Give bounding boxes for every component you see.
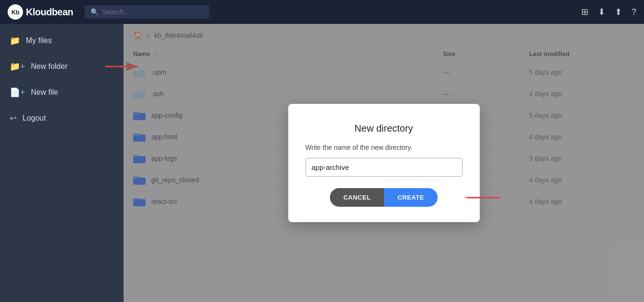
sidebar: 📁 My files 📁+ New folder 📄+ New file ↩ L… (0, 24, 124, 302)
main-content: 🏠 > kb_8de4mwl4s9 Name ↑ Size Last modif… (124, 24, 644, 302)
topnav-icons: ⊞ ⬇ ⬆ ? (581, 7, 636, 17)
app-logo[interactable]: Kb Kloudbean (8, 4, 73, 20)
logo-icon: Kb (8, 4, 23, 20)
sidebar-item-label: Logout (23, 114, 46, 123)
logout-icon: ↩ (10, 113, 17, 123)
folder-icon: 📁 (10, 35, 20, 46)
modal-overlay: New directory Write the name of the new … (124, 24, 644, 302)
help-icon[interactable]: ? (632, 7, 636, 17)
add-folder-icon: 📁+ (10, 61, 25, 72)
search-bar[interactable]: 🔍 (85, 5, 209, 19)
sidebar-item-label: New file (31, 88, 58, 97)
upload-icon[interactable]: ⬆ (615, 7, 622, 17)
modal-description: Write the name of the new directory. (305, 144, 463, 151)
layout: 📁 My files 📁+ New folder 📄+ New file ↩ L… (0, 24, 644, 302)
search-icon: 🔍 (90, 8, 99, 16)
cancel-button[interactable]: CANCEL (330, 188, 384, 207)
create-arrow (465, 191, 501, 204)
search-input[interactable] (102, 8, 198, 16)
sidebar-item-new-folder[interactable]: 📁+ New folder (0, 54, 124, 79)
grid-icon[interactable]: ⊞ (581, 7, 588, 17)
sidebar-item-label: My files (26, 36, 52, 45)
add-file-icon: 📄+ (10, 87, 25, 98)
new-directory-modal: New directory Write the name of the new … (288, 104, 480, 222)
sidebar-item-logout[interactable]: ↩ Logout (0, 105, 124, 131)
topnav: Kb Kloudbean 🔍 ⊞ ⬇ ⬆ ? (0, 0, 644, 24)
directory-name-input[interactable] (305, 158, 463, 177)
create-button[interactable]: CREATE (384, 188, 437, 207)
sidebar-item-my-files[interactable]: 📁 My files (0, 28, 124, 54)
app-name: Kloudbean (26, 7, 73, 18)
sidebar-item-label: New folder (31, 62, 68, 71)
sidebar-item-new-file[interactable]: 📄+ New file (0, 79, 124, 105)
download-icon[interactable]: ⬇ (598, 7, 605, 17)
modal-buttons: CANCEL CREATE (305, 188, 463, 207)
modal-title: New directory (305, 123, 463, 134)
